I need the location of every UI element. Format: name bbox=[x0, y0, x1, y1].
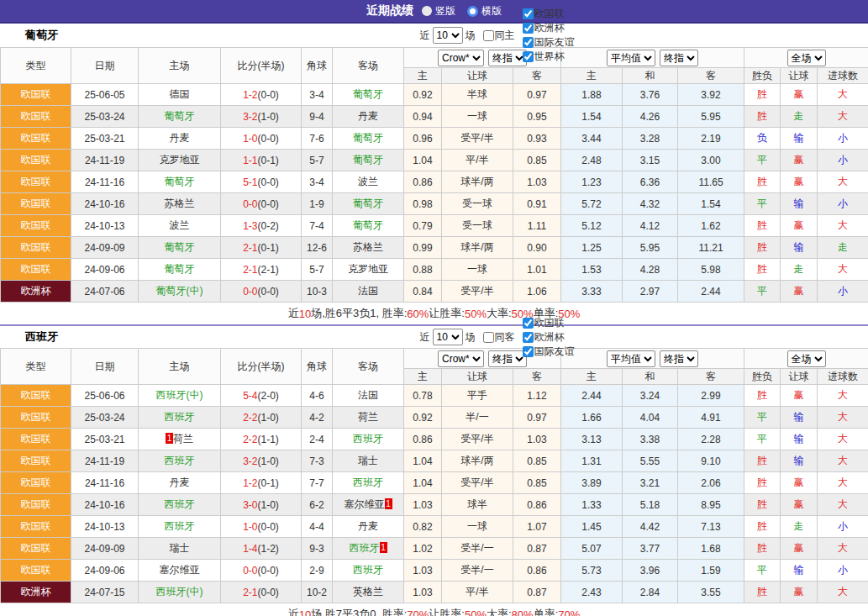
result-cell: 胜 bbox=[744, 516, 781, 538]
team-label: 葡萄牙(中) bbox=[156, 285, 203, 297]
result-cell: 胜 bbox=[744, 450, 781, 472]
type-cell: 欧洲杯 bbox=[1, 281, 71, 303]
avg-away-cell: 9.10 bbox=[678, 450, 744, 472]
team-name: 葡萄牙 bbox=[25, 28, 58, 43]
same-side-checkbox-input[interactable] bbox=[483, 332, 494, 343]
competition-checkbox[interactable]: 欧国联 bbox=[518, 316, 575, 330]
avg-draw-cell: 5.18 bbox=[623, 494, 678, 516]
competition-checkbox[interactable]: 世界杯 bbox=[518, 50, 575, 64]
table-row: 欧国联24-10-16西班牙3-0(1-0)6-2塞尔维亚11.03球半0.86… bbox=[1, 494, 868, 516]
goals-result-cell: 小 bbox=[818, 193, 868, 215]
odds-away-cell: 0.87 bbox=[513, 582, 561, 603]
away-team-cell: 波兰 bbox=[333, 171, 404, 193]
table-row: 欧国联25-06-06西班牙(中)5-4(2-0)4-6法国0.78平手1.12… bbox=[1, 385, 868, 407]
col-date: 日期 bbox=[71, 48, 139, 84]
goals-result-cell: 大 bbox=[818, 171, 868, 193]
col-date: 日期 bbox=[71, 349, 139, 385]
home-team-cell: 葡萄牙 bbox=[139, 171, 221, 193]
full-time-score: 2-1 bbox=[243, 587, 257, 598]
average-select[interactable]: 平均值 bbox=[607, 50, 655, 66]
competition-label: 欧国联 bbox=[534, 316, 565, 330]
same-side-checkbox[interactable]: 同客 bbox=[478, 330, 515, 345]
handicap-result-cell: 赢 bbox=[781, 472, 818, 494]
corner-cell: 9-3 bbox=[302, 538, 333, 560]
handicap-cell: 受一球 bbox=[442, 215, 513, 237]
avg-final-index-select[interactable]: 终指 bbox=[660, 50, 698, 66]
score-cell: 5-1(0-0) bbox=[221, 171, 302, 193]
avg-away-cell: 1.68 bbox=[678, 538, 744, 560]
competition-checkbox[interactable]: 国际友谊 bbox=[518, 345, 575, 359]
full-match-group-header: 全场 bbox=[744, 48, 868, 68]
odds-away-cell: 1.03 bbox=[513, 171, 561, 193]
avg-draw-cell: 4.42 bbox=[623, 516, 678, 538]
team-label: 葡萄牙 bbox=[165, 176, 195, 187]
handicap-result-cell: 赢 bbox=[781, 171, 818, 193]
competition-checkbox-input[interactable] bbox=[523, 37, 534, 48]
odds-away-cell: 0.90 bbox=[513, 237, 561, 259]
competition-checkbox-input[interactable] bbox=[523, 8, 534, 19]
odds-away-cell: 1.11 bbox=[513, 215, 561, 237]
competition-checkbox-input[interactable] bbox=[523, 51, 534, 62]
home-team-cell: 西班牙 bbox=[139, 450, 221, 472]
full-time-score: 2-2 bbox=[243, 434, 257, 445]
full-match-select[interactable]: 全场 bbox=[787, 50, 826, 66]
competition-filters: 欧国联欧洲杯国际友谊世界杯 bbox=[518, 7, 575, 64]
competition-checkbox-input[interactable] bbox=[523, 346, 534, 357]
full-match-select[interactable]: 全场 bbox=[787, 350, 826, 367]
col-odds-away: 客 bbox=[513, 369, 561, 385]
handicap-cell: 一球 bbox=[442, 259, 513, 281]
competition-checkbox[interactable]: 欧洲杯 bbox=[518, 330, 575, 345]
competition-label: 国际友谊 bbox=[534, 345, 575, 359]
summary-segment: 场,胜7平3负0, 胜率: bbox=[311, 607, 407, 616]
team-label: 葡萄牙 bbox=[165, 110, 195, 122]
competition-checkbox-input[interactable] bbox=[523, 318, 534, 329]
handicap-cell: 受平/半 bbox=[442, 429, 513, 450]
result-cell: 胜 bbox=[744, 538, 781, 560]
corner-cell: 7-7 bbox=[302, 472, 333, 494]
odds-away-cell: 0.93 bbox=[513, 128, 561, 150]
col-score: 比分(半场) bbox=[221, 48, 302, 84]
record-summary: 近10场,胜7平3负0, 胜率:70% 让胜率:50% 大率:80% 单率:70… bbox=[0, 603, 868, 616]
away-team-cell: 西班牙 bbox=[333, 429, 404, 450]
odds-away-cell: 1.12 bbox=[513, 385, 561, 407]
odds-home-cell: 0.86 bbox=[404, 429, 442, 450]
summary-segment: 70% bbox=[558, 608, 580, 616]
goals-result-cell: 大 bbox=[818, 385, 868, 407]
avg-away-cell: 1.62 bbox=[678, 215, 744, 237]
section-filter-row: 葡萄牙 近 10 场 同主 欧国联欧洲杯国际友谊世界杯 bbox=[0, 24, 868, 47]
competition-checkbox-input[interactable] bbox=[523, 23, 534, 34]
goals-result-cell: 大 bbox=[818, 429, 868, 450]
type-cell: 欧国联 bbox=[1, 450, 71, 472]
full-time-score: 1-1 bbox=[243, 155, 257, 166]
goals-result-cell: 小 bbox=[818, 281, 868, 303]
half-time-score: (2-1) bbox=[258, 264, 279, 276]
odds-home-cell: 0.92 bbox=[404, 84, 442, 106]
col-avg-draw: 和 bbox=[623, 68, 678, 84]
odds-away-cell: 0.85 bbox=[513, 472, 561, 494]
avg-home-cell: 1.53 bbox=[561, 259, 623, 281]
competition-checkbox[interactable]: 欧国联 bbox=[518, 7, 575, 21]
competition-checkbox-input[interactable] bbox=[523, 332, 534, 343]
table-row: 欧国联25-03-211荷兰2-2(1-1)2-4西班牙0.86受平/半1.03… bbox=[1, 429, 868, 450]
team-label: 苏格兰 bbox=[353, 241, 383, 253]
games-count-select[interactable]: 10 bbox=[433, 27, 463, 44]
average-select[interactable]: 平均值 bbox=[607, 350, 655, 367]
odds-away-cell: 1.03 bbox=[513, 429, 561, 450]
competition-checkbox[interactable]: 欧洲杯 bbox=[518, 21, 575, 35]
competition-checkbox[interactable]: 国际友谊 bbox=[518, 35, 575, 50]
col-avg-draw: 和 bbox=[623, 369, 678, 385]
col-goals-result: 进球数 bbox=[818, 68, 868, 84]
same-side-checkbox-input[interactable] bbox=[483, 30, 494, 41]
col-odds-handicap: 让球 bbox=[442, 68, 513, 84]
away-team-cell: 丹麦 bbox=[333, 516, 404, 538]
table-row: 欧国联24-10-16苏格兰0-0(0-0)1-9葡萄牙0.98受一球0.915… bbox=[1, 193, 868, 215]
games-count-select[interactable]: 10 bbox=[433, 329, 463, 345]
col-avg-home: 主 bbox=[561, 369, 623, 385]
same-side-checkbox[interactable]: 同主 bbox=[478, 29, 515, 43]
avg-draw-cell: 3.24 bbox=[623, 385, 678, 407]
table-row: 欧国联24-10-13波兰1-3(0-2)7-4葡萄牙0.79受一球1.115.… bbox=[1, 215, 868, 237]
goals-result-cell: 小 bbox=[818, 128, 868, 150]
full-time-score: 0-0 bbox=[243, 286, 257, 297]
date-cell: 24-09-09 bbox=[71, 237, 139, 259]
avg-final-index-select[interactable]: 终指 bbox=[660, 350, 698, 367]
